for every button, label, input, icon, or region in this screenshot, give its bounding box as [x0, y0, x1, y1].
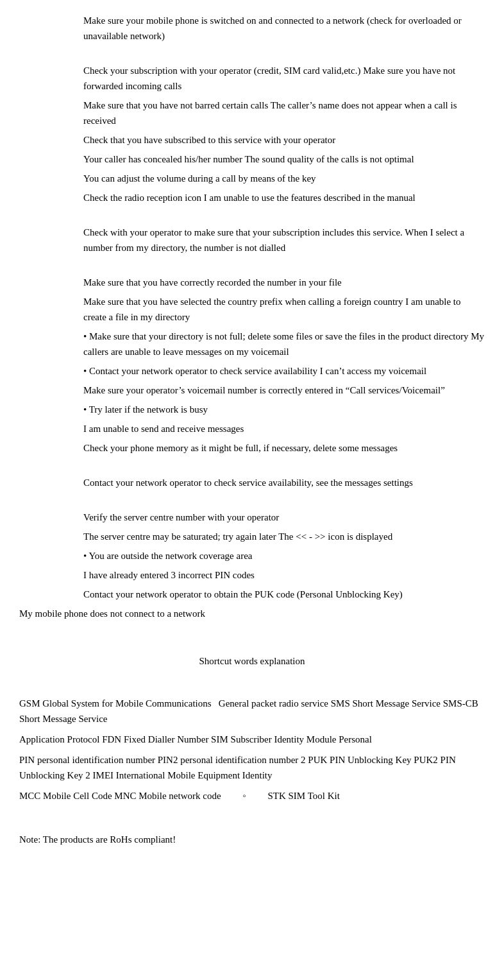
paragraph-23: My mobile phone does not connect to a ne… — [19, 606, 485, 621]
paragraph-14: • Try later if the network is busy — [83, 402, 485, 417]
paragraph-9: Make sure that you have correctly record… — [83, 275, 485, 290]
glossary-line-3: PIN personal identification number PIN2 … — [19, 752, 485, 783]
glossary-block: GSM Global System for Mobile Communicati… — [19, 696, 485, 726]
paragraph-13: Make sure your operator’s voicemail numb… — [83, 383, 485, 398]
glossary-line-1: GSM Global System for Mobile Communicati… — [19, 696, 485, 726]
dot-separator: ◦ — [242, 788, 246, 804]
paragraph-21: I have already entered 3 incorrect PIN c… — [83, 567, 485, 583]
paragraph-7: Check the radio reception icon I am unab… — [83, 190, 485, 205]
glossary-block-2: Application Protocol FDN Fixed Dialler N… — [19, 732, 485, 747]
paragraph-10: Make sure that you have selected the cou… — [83, 294, 485, 325]
section-title: Shortcut words explanation — [19, 653, 485, 669]
glossary-block-3: PIN personal identification number PIN2 … — [19, 752, 485, 783]
paragraph-20: • You are outside the network coverage a… — [83, 548, 485, 563]
main-content: Make sure your mobile phone is switched … — [19, 13, 485, 847]
paragraph-1: Make sure your mobile phone is switched … — [83, 13, 485, 44]
paragraph-22: Contact your network operator to obtain … — [83, 587, 485, 602]
note-text: Note: The products are RoHs compliant! — [19, 832, 485, 847]
paragraph-11: • Make sure that your directory is not f… — [83, 329, 485, 359]
paragraph-12: • Contact your network operator to check… — [83, 363, 485, 379]
paragraph-3: Make sure that you have not barred certa… — [83, 98, 485, 128]
paragraph-18: Verify the server centre number with you… — [83, 510, 485, 525]
paragraph-15: I am unable to send and receive messages — [83, 421, 485, 436]
paragraph-4: Check that you have subscribed to this s… — [83, 132, 485, 148]
paragraph-2: Check your subscription with your operat… — [83, 63, 485, 94]
glossary-line-2: Application Protocol FDN Fixed Dialler N… — [19, 732, 485, 747]
paragraph-6: You can adjust the volume during a call … — [83, 171, 485, 186]
note-block: Note: The products are RoHs compliant! — [19, 832, 485, 847]
paragraph-8: Check with your operator to make sure th… — [83, 225, 485, 255]
paragraph-19: The server centre may be saturated; try … — [83, 529, 485, 544]
paragraph-16: Check your phone memory as it might be f… — [83, 440, 485, 456]
stk-label: STK SIM Tool Kit — [267, 791, 339, 801]
paragraph-5: Your caller has concealed his/her number… — [83, 151, 485, 167]
paragraph-17: Contact your network operator to check s… — [83, 475, 485, 490]
glossary-block-4: MCC Mobile Cell Code MNC Mobile network … — [19, 788, 485, 804]
glossary-line-4: MCC Mobile Cell Code MNC Mobile network … — [19, 788, 485, 804]
